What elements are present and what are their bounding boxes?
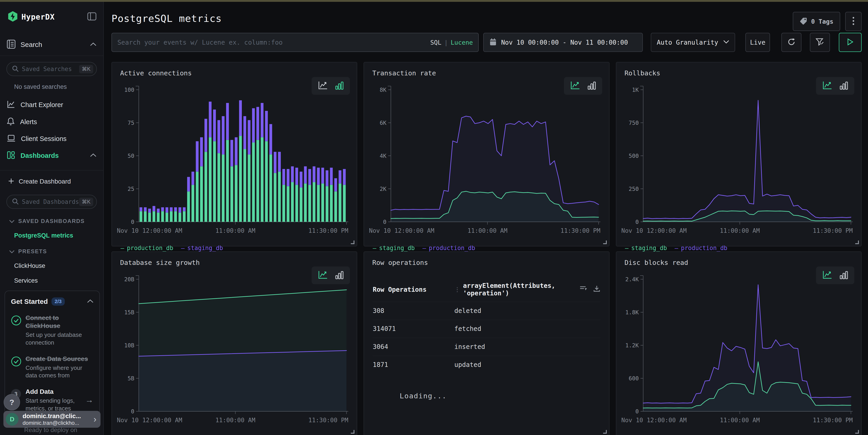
sidebar-item-alerts[interactable]: Alerts bbox=[0, 113, 103, 131]
chevron-up-icon[interactable] bbox=[87, 299, 93, 304]
bar-view-icon[interactable] bbox=[587, 80, 596, 91]
user-menu[interactable]: D dominic.tran@clic... dominic.tran@clic… bbox=[3, 411, 100, 428]
time-range-value: Nov 10 00:00:00 - Nov 11 00:00:00 bbox=[501, 39, 628, 46]
column-drag-handle[interactable]: ⋮ bbox=[454, 286, 460, 293]
plus-icon bbox=[8, 178, 14, 185]
svg-text:0: 0 bbox=[383, 219, 386, 225]
panel-active-connections: Active connections 0255075100Nov 10 12:0… bbox=[112, 62, 357, 246]
chart-view-toolbar[interactable] bbox=[312, 266, 350, 284]
filter-icon bbox=[815, 37, 825, 47]
legend-item-staging_db[interactable]: —staging_db bbox=[625, 434, 667, 435]
sidebar-dashboard-postgresql-metrics[interactable]: PostgreSQL metrics bbox=[14, 232, 103, 239]
chart-view-toolbar[interactable] bbox=[816, 77, 854, 95]
svg-text:11:00:00 AM: 11:00:00 AM bbox=[467, 227, 507, 234]
brand-row: HyperDX bbox=[8, 11, 96, 23]
no-saved-searches-text: No saved searches bbox=[14, 83, 103, 91]
sidebar-item-client-sessions[interactable]: Client Sessions bbox=[0, 131, 103, 147]
column-header[interactable]: arrayElement(Attributes, 'operation') bbox=[463, 282, 579, 297]
saved-dashboards-placeholder: Saved Dashboards bbox=[22, 198, 79, 205]
bar-view-icon[interactable] bbox=[839, 80, 848, 91]
panel-resize-handle[interactable] bbox=[603, 430, 607, 434]
language-lucene[interactable]: Lucene bbox=[451, 39, 473, 46]
time-range-picker[interactable]: Nov 10 00:00:00 - Nov 11 00:00:00 bbox=[483, 33, 643, 52]
svg-text:11:00:00 AM: 11:00:00 AM bbox=[720, 416, 760, 424]
saved-dashboards-section[interactable]: SAVED DASHBOARDS bbox=[9, 218, 103, 224]
arrow-right-icon: → bbox=[83, 395, 93, 405]
legend-item-production_db[interactable]: —production_db bbox=[121, 434, 173, 435]
line-view-icon[interactable] bbox=[317, 80, 328, 91]
create-dashboard-button[interactable]: Create Dashboard bbox=[0, 174, 103, 189]
sort-columns-icon[interactable] bbox=[580, 285, 587, 294]
svg-text:15B: 15B bbox=[124, 309, 134, 316]
table-header: Row Operations ⋮ arrayElement(Attributes… bbox=[373, 277, 600, 302]
granularity-select[interactable]: Auto Granularity bbox=[651, 33, 735, 52]
panel-resize-handle[interactable] bbox=[855, 430, 859, 434]
legend-item-production_db[interactable]: —production_db bbox=[423, 244, 475, 252]
sidebar-preset-clickhouse[interactable]: ClickHouse bbox=[14, 262, 103, 269]
panel-title: Disc blocks read bbox=[625, 259, 688, 266]
calendar-icon bbox=[490, 38, 496, 47]
chart-legend: —staging_db—production_db bbox=[625, 434, 727, 435]
table-row[interactable]: 3064 inserted bbox=[373, 337, 600, 356]
chart-view-toolbar[interactable] bbox=[816, 266, 854, 284]
bar-view-icon[interactable] bbox=[335, 270, 344, 280]
line-view-icon[interactable] bbox=[822, 270, 832, 280]
bar-view-icon[interactable] bbox=[839, 270, 848, 280]
svg-text:11:30:00 PM: 11:30:00 PM bbox=[560, 227, 600, 234]
legend-item-staging_db[interactable]: —staging_db bbox=[181, 244, 223, 252]
panel-resize-handle[interactable] bbox=[351, 240, 354, 244]
column-header[interactable]: Row Operations bbox=[373, 286, 454, 293]
table-row[interactable]: 1871 updated bbox=[373, 356, 600, 373]
dashboard-menu-button[interactable] bbox=[845, 12, 862, 31]
sidebar-item-dashboards[interactable]: Dashboards bbox=[0, 147, 103, 164]
language-sql[interactable]: SQL bbox=[430, 39, 441, 46]
legend-item-production_db[interactable]: —production_db bbox=[675, 244, 727, 252]
sidebar-item-search[interactable]: Search bbox=[7, 40, 96, 49]
chevron-up-icon bbox=[90, 42, 96, 47]
legend-item-production_db[interactable]: —production_db bbox=[121, 244, 173, 252]
get-started-step-sources[interactable]: Create Data Sources Configure where your… bbox=[11, 355, 93, 380]
table-row[interactable]: 314071 fetched bbox=[373, 320, 600, 337]
bar-view-icon[interactable] bbox=[335, 80, 344, 91]
user-email: dominic.tran@clickho... bbox=[23, 420, 93, 426]
chart-view-toolbar[interactable] bbox=[564, 77, 602, 95]
live-button[interactable]: Live bbox=[745, 33, 770, 52]
svg-text:11:30:00 PM: 11:30:00 PM bbox=[813, 227, 852, 234]
panel-title: Database size growth bbox=[120, 259, 200, 266]
top-strip bbox=[0, 0, 868, 2]
rollbacks-chart: 02505007501KNov 10 12:00:00 AM11:00:00 A… bbox=[618, 83, 859, 242]
legend-item-staging_db[interactable]: —staging_db bbox=[181, 434, 223, 435]
tags-button[interactable]: 0 Tags bbox=[793, 12, 840, 31]
sidebar-preset-services[interactable]: Services bbox=[14, 277, 103, 284]
panel-resize-handle[interactable] bbox=[603, 240, 607, 244]
collapse-sidebar-icon[interactable] bbox=[87, 12, 96, 22]
refresh-button[interactable] bbox=[781, 33, 801, 52]
search-placeholder: Search your events w/ Lucene ex. column:… bbox=[117, 39, 430, 46]
saved-searches-input[interactable]: Saved Searches ⌘K bbox=[6, 62, 97, 76]
presets-section[interactable]: PRESETS bbox=[9, 248, 103, 255]
get-started-step-connect[interactable]: Connect to ClickHouse Set up your databa… bbox=[11, 314, 93, 347]
svg-text:0: 0 bbox=[131, 219, 134, 225]
line-view-icon[interactable] bbox=[317, 270, 328, 280]
get-started-step-add-data[interactable]: 3 Add Data Start sending logs, metrics, … bbox=[11, 388, 93, 412]
saved-dashboards-input[interactable]: Saved Dashboards ⌘K bbox=[6, 195, 97, 209]
run-query-button[interactable] bbox=[839, 33, 862, 52]
panel-resize-handle[interactable] bbox=[351, 430, 354, 434]
line-view-icon[interactable] bbox=[570, 80, 580, 91]
legend-item-production_db[interactable]: —production_db bbox=[675, 434, 727, 435]
tag-icon bbox=[800, 17, 807, 26]
download-icon[interactable] bbox=[593, 285, 600, 294]
event-search-input[interactable]: Search your events w/ Lucene ex. column:… bbox=[112, 33, 479, 52]
line-view-icon[interactable] bbox=[822, 80, 832, 91]
legend-item-staging_db[interactable]: —staging_db bbox=[373, 244, 414, 252]
panel-resize-handle[interactable] bbox=[855, 240, 859, 244]
chart-view-toolbar[interactable] bbox=[312, 77, 350, 95]
sidebar-item-chart-explorer[interactable]: Chart Explorer bbox=[0, 96, 103, 113]
help-button[interactable]: ? bbox=[4, 394, 20, 410]
svg-text:0: 0 bbox=[131, 408, 134, 415]
legend-item-staging_db[interactable]: —staging_db bbox=[625, 244, 667, 252]
filter-button[interactable] bbox=[810, 33, 830, 52]
svg-text:1.2K: 1.2K bbox=[625, 342, 639, 349]
table-row[interactable]: 308 deleted bbox=[373, 302, 600, 320]
avatar: D bbox=[6, 413, 19, 426]
